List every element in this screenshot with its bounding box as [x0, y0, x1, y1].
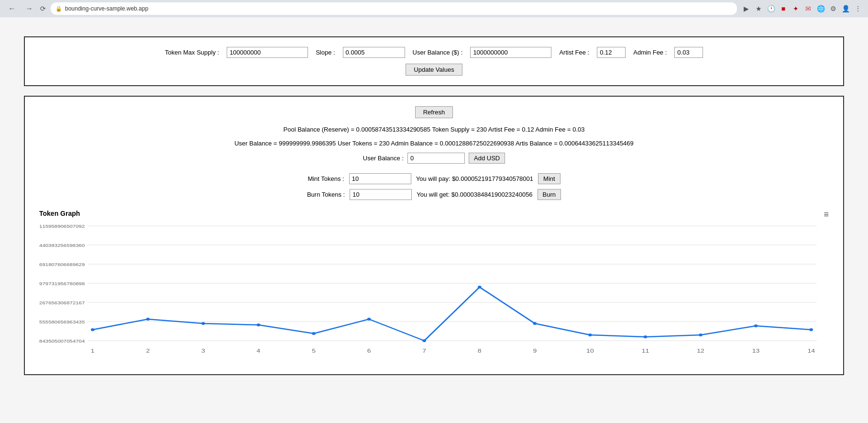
slope-label: Slope :	[316, 49, 335, 56]
svg-point-29	[146, 318, 150, 321]
svg-text:5: 5	[312, 348, 316, 354]
forward-button[interactable]: →	[23, 3, 35, 14]
svg-text:0.0000063267656306872167: 0.0000063267656306872167	[39, 301, 85, 305]
page-content: Token Max Supply : Slope : User Balance …	[0, 17, 868, 423]
browser-chrome: ← → ⟳ 🔒 bounding-curve-sample.web.app ▶ …	[0, 0, 868, 17]
chart-svg: 0.000018115958906507092 0.00001044038325…	[39, 221, 829, 365]
user-balance-usd-input[interactable]	[470, 47, 551, 58]
ext2-icon[interactable]: ✦	[791, 4, 800, 13]
token-max-supply-input[interactable]	[227, 47, 308, 58]
history-icon[interactable]: 🕐	[767, 4, 775, 13]
chart-menu-icon[interactable]: ≡	[824, 210, 829, 220]
user-balance-input-label: User Balance :	[363, 155, 404, 162]
svg-point-30	[201, 322, 205, 325]
svg-text:0.000018115958906507092: 0.000018115958906507092	[39, 224, 85, 229]
more-icon[interactable]: ⋮	[854, 4, 862, 13]
lock-icon: 🔒	[55, 6, 62, 12]
update-values-button[interactable]: Update Values	[406, 64, 462, 76]
svg-point-28	[91, 328, 95, 331]
svg-text:12: 12	[697, 348, 704, 354]
profile-icon[interactable]: 👤	[841, 4, 850, 13]
address-bar[interactable]: 🔒 bounding-curve-sample.web.app	[51, 2, 737, 15]
refresh-button[interactable]: Refresh	[415, 106, 453, 118]
slope-input[interactable]	[343, 47, 405, 58]
user-balance-input[interactable]	[407, 153, 465, 164]
burn-get-text: You will get: $0.000038484190023240056	[417, 191, 532, 198]
admin-fee-label: Admin Fee :	[633, 49, 667, 56]
burn-row: Burn Tokens : You will get: $0.000038484…	[307, 189, 561, 200]
artist-fee-label: Artist Fee :	[559, 49, 589, 56]
mint-input[interactable]	[349, 173, 411, 184]
svg-text:10: 10	[586, 348, 594, 354]
main-panel: Refresh Pool Balance (Reserve) = 0.00058…	[24, 96, 844, 375]
mint-burn-section: Mint Tokens : You will pay: $0.000052191…	[39, 173, 829, 200]
browser-toolbar: ▶ ★ 🕐 ■ ✦ ✉ 🌐 ⚙ 👤 ⋮	[742, 4, 862, 13]
svg-text:2: 2	[146, 348, 150, 354]
svg-text:13: 13	[752, 348, 760, 354]
artist-fee-input[interactable]	[597, 47, 626, 58]
svg-point-41	[809, 328, 813, 331]
chart-container: Token Graph ≡ 0.00001811	[39, 210, 829, 365]
config-box: Token Max Supply : Slope : User Balance …	[24, 36, 844, 86]
user-balance-row: User Balance : Add USD	[39, 153, 829, 164]
svg-text:6: 6	[367, 348, 371, 354]
svg-text:3: 3	[201, 348, 205, 354]
mint-pay-text: You will pay: $0.000052191779340578001	[416, 175, 533, 182]
info-line2: User Balance = 999999999.9986395 User To…	[39, 139, 829, 149]
burn-input[interactable]	[350, 189, 412, 200]
url-text: bounding-curve-sample.web.app	[65, 5, 148, 12]
info-line1: Pool Balance (Reserve) = 0.0005874351333…	[39, 125, 829, 135]
svg-text:8: 8	[478, 348, 482, 354]
svg-text:0.0000090691807606689629: 0.0000090691807606689629	[39, 262, 85, 267]
chart-area: 0.000018115958906507092 0.00001044038325…	[39, 221, 829, 365]
cast-icon[interactable]: ▶	[742, 4, 750, 13]
svg-point-31	[257, 323, 261, 326]
back-button[interactable]: ←	[6, 3, 18, 14]
svg-text:4: 4	[257, 348, 261, 354]
burn-button[interactable]: Burn	[538, 189, 561, 200]
admin-fee-input[interactable]	[674, 47, 703, 58]
svg-text:0.000010440383256598360: 0.000010440383256598360	[39, 243, 85, 248]
chart-title: Token Graph	[39, 210, 829, 217]
svg-text:0.0000076979731956780898: 0.0000076979731956780898	[39, 281, 85, 286]
ext1-icon[interactable]: ■	[779, 4, 788, 13]
svg-text:0.0000049555580656963435: 0.0000049555580656963435	[39, 320, 85, 324]
svg-text:9: 9	[533, 348, 537, 354]
bookmark-icon[interactable]: ★	[754, 4, 763, 13]
puzzle-icon[interactable]: ⚙	[829, 4, 837, 13]
svg-point-39	[699, 334, 703, 336]
svg-point-36	[533, 322, 537, 325]
browser-refresh-button[interactable]: ⟳	[40, 5, 46, 12]
mint-row: Mint Tokens : You will pay: $0.000052191…	[308, 173, 560, 184]
svg-point-38	[644, 335, 648, 338]
panel-header: Refresh	[39, 106, 829, 118]
svg-text:1: 1	[91, 348, 95, 354]
svg-text:7: 7	[422, 348, 426, 354]
svg-point-33	[367, 318, 371, 321]
svg-point-35	[478, 286, 482, 289]
svg-point-37	[588, 334, 592, 336]
svg-text:11: 11	[642, 348, 649, 354]
svg-point-32	[312, 332, 316, 335]
update-btn-row: Update Values	[406, 64, 462, 76]
ext3-icon[interactable]: ✉	[804, 4, 813, 13]
svg-text:0.0000035843505007054704: 0.0000035843505007054704	[39, 339, 85, 344]
add-usd-button[interactable]: Add USD	[469, 153, 505, 164]
burn-label: Burn Tokens :	[307, 191, 345, 198]
svg-text:14: 14	[807, 348, 815, 354]
config-row: Token Max Supply : Slope : User Balance …	[165, 47, 703, 58]
globe-icon[interactable]: 🌐	[816, 4, 825, 13]
mint-label: Mint Tokens :	[308, 175, 344, 182]
svg-point-34	[422, 339, 426, 342]
svg-point-40	[754, 324, 758, 327]
token-max-supply-label: Token Max Supply :	[165, 49, 219, 56]
user-balance-usd-label: User Balance ($) :	[413, 49, 463, 56]
mint-button[interactable]: Mint	[538, 173, 560, 184]
